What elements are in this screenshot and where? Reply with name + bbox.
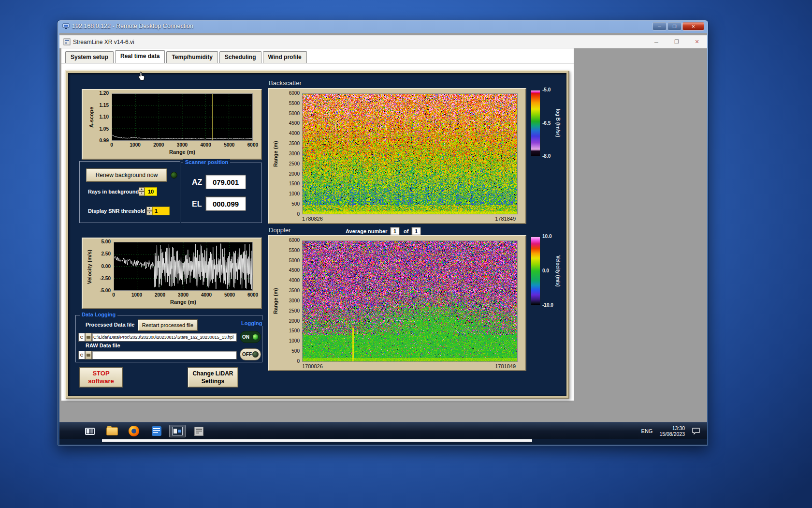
rays-increment-icon[interactable]: ▲ bbox=[139, 187, 145, 192]
tick-label: 5.00 bbox=[102, 239, 111, 245]
rdp-titlebar[interactable]: 192.168.0.122 - Remote Desktop Connectio… bbox=[58, 20, 708, 33]
az-value-readout: 079.001 bbox=[205, 175, 246, 189]
raw-drive-letter: C bbox=[80, 353, 84, 358]
tick-label: 4000 bbox=[289, 131, 300, 136]
task-view-icon[interactable] bbox=[82, 425, 98, 437]
stop-line1: STOP bbox=[92, 370, 109, 377]
snr-decrement-icon[interactable]: ▼ bbox=[146, 211, 152, 215]
raw-logging-toggle[interactable]: OFF bbox=[240, 348, 261, 360]
velocity-y-axis-label: Velocity (m/s) bbox=[87, 239, 92, 296]
rays-value-input[interactable]: 10 bbox=[145, 187, 157, 196]
tick-label: 0 bbox=[103, 142, 120, 148]
tick-label: 2000 bbox=[152, 292, 168, 298]
processed-drive-letter: C bbox=[80, 335, 84, 340]
file-explorer-icon[interactable] bbox=[104, 425, 120, 437]
snr-value: 1 bbox=[155, 208, 158, 214]
backscatter-x-end: 1781849 bbox=[495, 216, 516, 222]
notification-center-icon[interactable] bbox=[692, 427, 700, 435]
az-value: 079.001 bbox=[213, 178, 239, 186]
processed-drive-box[interactable]: C bbox=[78, 333, 85, 342]
restart-processed-file-button[interactable]: Restart processed file bbox=[138, 319, 198, 331]
data-logging-group: Data Logging Processed Data file Restart… bbox=[75, 315, 262, 362]
ascope-y-axis-label: A-scope bbox=[88, 90, 94, 144]
tab-system-setup[interactable]: System setup bbox=[65, 51, 114, 63]
data-logging-title: Data Logging bbox=[80, 312, 117, 317]
raw-drive-box[interactable]: C bbox=[78, 351, 85, 359]
change-lidar-settings-button[interactable]: Change LiDAR Settings bbox=[188, 367, 238, 388]
scanner-position-group: Scanner position AZ 079.001 EL 000.099 bbox=[181, 163, 262, 223]
backscatter-plot-area bbox=[302, 93, 518, 214]
doppler-graph: Range (m) 600055005000450040003500300025… bbox=[268, 235, 526, 371]
tick-label: 1000 bbox=[127, 142, 144, 148]
stop-software-button[interactable]: STOP software bbox=[79, 367, 123, 388]
raw-browse-icon[interactable] bbox=[85, 351, 92, 359]
tab-scheduling[interactable]: Scheduling bbox=[219, 51, 261, 63]
az-label: AZ bbox=[192, 178, 202, 187]
tick-label: 6000 bbox=[289, 90, 300, 96]
logging-on-label: ON bbox=[242, 334, 249, 340]
tick-label: 3000 bbox=[175, 292, 191, 298]
tick-label: 4500 bbox=[289, 120, 300, 126]
tick-label: 0 bbox=[105, 292, 122, 298]
processed-browse-icon[interactable] bbox=[85, 333, 92, 342]
scheduler-app-icon[interactable] bbox=[190, 425, 207, 437]
backscatter-title: Backscatter bbox=[269, 79, 302, 87]
doppler-y-ticks: 6000550050004500400035003000250020001500… bbox=[281, 238, 300, 364]
streamline-app-icon[interactable] bbox=[169, 425, 186, 437]
clock-date: 15/08/2023 bbox=[659, 431, 685, 437]
snr-spinner[interactable]: ▲▼ bbox=[146, 207, 152, 215]
tick-label: 1000 bbox=[289, 191, 300, 197]
tick-label: 0 bbox=[297, 359, 300, 364]
app-close-button[interactable]: ✕ bbox=[690, 38, 704, 46]
tick-label: 3500 bbox=[289, 288, 300, 294]
tick-label: 4000 bbox=[198, 142, 214, 148]
processed-path-text: C:\Lidar\Data\Proc\2023\202308\20230815\… bbox=[93, 335, 233, 340]
processed-path-field[interactable]: C:\Lidar\Data\Proc\2023\202308\20230815\… bbox=[92, 333, 237, 342]
snr-value-input[interactable]: 1 bbox=[152, 207, 170, 215]
tick-label: 3500 bbox=[289, 141, 300, 147]
doppler-y-axis-label: Range (m) bbox=[273, 236, 278, 366]
stop-line2: software bbox=[88, 377, 114, 385]
taskbar-clock[interactable]: 13:30 15/08/2023 bbox=[659, 425, 685, 437]
tick-label: 2.50 bbox=[102, 251, 111, 257]
logging-off-led bbox=[252, 351, 259, 358]
tab-temp-humidity[interactable]: Temp/humidity bbox=[166, 51, 218, 63]
tab-wind-profile[interactable]: Wind profile bbox=[263, 51, 307, 63]
tick-label: 2500 bbox=[289, 161, 300, 167]
app-restore-button[interactable]: ❐ bbox=[669, 38, 684, 46]
backscatter-graph: Range (m) 600055005000450040003500300025… bbox=[268, 88, 526, 224]
rdp-minimize-button[interactable]: ─ bbox=[652, 22, 667, 30]
el-value-readout: 000.099 bbox=[205, 196, 246, 211]
tick-label: 1.10 bbox=[100, 114, 109, 120]
background-controls-group: Renew background now Rays in background … bbox=[79, 161, 180, 223]
snr-increment-icon[interactable]: ▲ bbox=[146, 207, 152, 211]
processed-logging-toggle[interactable]: ON bbox=[240, 331, 261, 343]
tab-real-time-data[interactable]: Real time data bbox=[115, 50, 165, 63]
velocity-x-axis-label: Range (m) bbox=[114, 299, 253, 305]
tick-label: 5500 bbox=[289, 248, 300, 254]
average-of-input[interactable]: 1 bbox=[411, 227, 421, 235]
raw-path-field[interactable] bbox=[92, 351, 237, 359]
backscatter-colorbar bbox=[531, 90, 540, 156]
tick-label: 5000 bbox=[221, 142, 237, 148]
language-indicator[interactable]: ENG bbox=[641, 428, 653, 434]
tab-strip-line bbox=[61, 63, 574, 63]
velocity-y-ticks: 5.002.500.00-2.50-5.00 bbox=[95, 239, 111, 294]
rays-decrement-icon[interactable]: ▼ bbox=[139, 192, 145, 196]
processed-data-file-label: Processed Data file bbox=[86, 322, 135, 328]
average-number-input[interactable]: 1 bbox=[390, 227, 400, 235]
renew-background-button[interactable]: Renew background now bbox=[86, 168, 167, 182]
app-titlebar[interactable]: StreamLine XR v14-6.vi ─ ❐ ✕ bbox=[59, 35, 707, 48]
tick-label: 5500 bbox=[289, 101, 300, 106]
clock-time: 13:30 bbox=[672, 425, 685, 431]
app-minimize-button[interactable]: ─ bbox=[649, 38, 664, 46]
rdp-window-title: 192.168.0.122 - Remote Desktop Connectio… bbox=[72, 23, 193, 30]
document-app-icon[interactable] bbox=[148, 425, 165, 437]
rays-value: 10 bbox=[148, 189, 154, 194]
ascope-x-ticks: 0100020003000400050006000 bbox=[103, 142, 261, 148]
tick-label: 2000 bbox=[150, 142, 167, 148]
firefox-icon[interactable] bbox=[126, 425, 142, 437]
rdp-maximize-button[interactable]: ❐ bbox=[667, 22, 682, 30]
rdp-close-button[interactable]: ✕ bbox=[682, 22, 704, 30]
rays-spinner[interactable]: ▲▼ bbox=[139, 187, 145, 196]
